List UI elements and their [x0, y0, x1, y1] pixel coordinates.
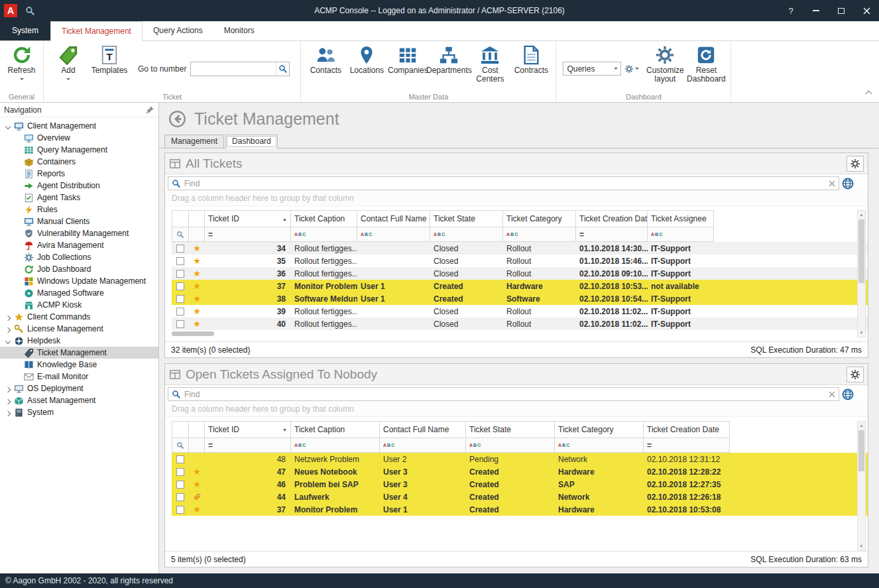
column-header-ticket-creation-date[interactable]: Ticket Creation Date — [576, 210, 648, 227]
row-checkbox[interactable] — [176, 493, 184, 501]
favorite-star-icon[interactable]: ★ — [193, 307, 201, 316]
nav-item-client-management[interactable]: Client Management — [0, 120, 158, 132]
column-header-ticket-state[interactable]: Ticket State — [430, 210, 503, 227]
vscroll-thumb[interactable] — [858, 430, 864, 471]
table-row[interactable]: ★35Rollout fertigges...ClosedRollout01.1… — [172, 255, 868, 267]
column-header-ticket-category[interactable]: Ticket Category — [503, 210, 576, 227]
filter-cell-ticket-category[interactable]: ABC — [503, 227, 576, 242]
favorite-star-icon[interactable]: ★ — [193, 244, 201, 253]
expand-chevron-icon[interactable] — [4, 326, 12, 332]
goto-number-input[interactable] — [191, 64, 276, 74]
nav-item-overview[interactable]: Overview — [0, 132, 158, 144]
templates-button[interactable]: T Templates — [89, 43, 130, 75]
favorite-star-icon[interactable]: ★ — [193, 467, 201, 476]
add-button[interactable]: Add — [48, 43, 89, 82]
scroll-down-icon[interactable]: ▼ — [858, 542, 865, 550]
nav-item-client-commands[interactable]: Client Commands — [0, 311, 158, 323]
nav-item-avira-management[interactable]: Avira Management — [0, 239, 158, 251]
column-header-ticket-id[interactable]: Ticket ID▲ — [205, 210, 291, 227]
expand-chevron-icon[interactable] — [4, 339, 12, 343]
filter-cell-ticket-state[interactable]: ABC — [466, 438, 555, 453]
scroll-up-icon[interactable]: ▲ — [858, 422, 865, 430]
column-header-ticket-state[interactable]: Ticket State — [466, 421, 555, 438]
column-header-contact-full-name[interactable]: Contact Full Name — [357, 210, 430, 227]
clear-find-button[interactable] — [829, 180, 835, 187]
add-dropdown-icon[interactable] — [66, 78, 70, 82]
table-row[interactable]: ★47Neues NotebookUser 3CreatedHardware02… — [172, 465, 868, 478]
quick-search-icon[interactable] — [25, 6, 35, 16]
favorite-star-icon[interactable]: ★ — [193, 505, 201, 514]
help-button[interactable]: ? — [778, 0, 803, 21]
scroll-down-icon[interactable]: ▼ — [858, 329, 865, 337]
row-checkbox[interactable] — [176, 481, 184, 489]
filter-cell-ticket-id[interactable]: = — [205, 227, 291, 242]
scroll-up-icon[interactable]: ▲ — [858, 211, 865, 219]
nav-item-managed-software[interactable]: Managed Software — [0, 287, 158, 299]
pin-icon[interactable] — [145, 105, 154, 115]
row-checkbox[interactable] — [176, 506, 184, 514]
find-options-button[interactable] — [841, 388, 854, 401]
maximize-button[interactable] — [829, 0, 854, 21]
table-row[interactable]: ★40Rollout fertigges...ClosedRollout02.1… — [172, 318, 868, 330]
filter-cell-contact-full-name[interactable]: ABC — [380, 438, 466, 453]
nav-item-system[interactable]: System — [0, 406, 158, 418]
expand-chevron-icon[interactable] — [4, 314, 12, 320]
table-row[interactable]: ★37Monitor ProblemUser 1CreatedHardware0… — [172, 503, 868, 516]
nav-item-e-mail-monitor[interactable]: E-mail Monitor — [0, 371, 158, 382]
table-row[interactable]: ★34Rollout fertigges...ClosedRollout01.1… — [172, 242, 868, 255]
row-checkbox[interactable] — [176, 468, 184, 476]
favorite-star-icon[interactable]: ★ — [193, 282, 201, 290]
nav-item-ticket-management[interactable]: Ticket Management — [0, 347, 158, 359]
clear-find-button[interactable] — [829, 391, 835, 398]
row-checkbox[interactable] — [176, 308, 184, 316]
acmp-logo-button[interactable]: A — [4, 4, 17, 17]
column-header-ticket-caption[interactable]: Ticket Caption — [291, 421, 380, 438]
nav-item-helpdesk[interactable]: Helpdesk — [0, 335, 158, 347]
nav-item-rules[interactable]: Rules — [0, 204, 158, 215]
column-header-ticket-id[interactable]: Ticket ID▼ — [205, 421, 291, 438]
find-input[interactable] — [184, 390, 825, 399]
nav-item-containers[interactable]: Containers — [0, 156, 158, 168]
nav-item-vulnerability-management[interactable]: Vulnerability Management — [0, 227, 158, 239]
filter-cell-ticket-caption[interactable]: ABC — [291, 227, 357, 242]
masterdata-contacts-button[interactable]: Contacts — [305, 43, 346, 84]
table-row[interactable]: ★39Rollout fertigges...ClosedRollout02.1… — [172, 305, 868, 318]
row-checkbox[interactable] — [176, 257, 184, 265]
favorite-star-icon[interactable]: ★ — [193, 269, 201, 278]
nav-item-manual-clients[interactable]: Manual Clients — [0, 215, 158, 227]
tab-management[interactable]: Management — [164, 135, 224, 148]
favorite-star-icon[interactable]: ★ — [193, 320, 201, 328]
nav-item-reports[interactable]: Reports — [0, 168, 158, 180]
ribbon-tab-system[interactable]: System — [0, 21, 50, 40]
find-input[interactable] — [184, 179, 825, 188]
nav-item-agent-distribution[interactable]: Agent Distribution — [0, 180, 158, 192]
column-header-ticket-assignee[interactable]: Ticket Assignee — [648, 210, 714, 227]
refresh-dropdown-icon[interactable] — [20, 78, 24, 82]
filter-cell-ticket-category[interactable]: ABC — [555, 438, 644, 453]
ribbon-collapse-button[interactable] — [866, 89, 871, 98]
masterdata-locations-button[interactable]: Locations — [346, 43, 387, 84]
row-checkbox[interactable] — [176, 455, 184, 463]
ribbon-tab-monitors[interactable]: Monitors — [213, 21, 265, 40]
nav-item-job-dashboard[interactable]: Job Dashboard — [0, 263, 158, 275]
column-header-ticket-category[interactable]: Ticket Category — [555, 421, 644, 438]
goto-search-button[interactable] — [276, 62, 289, 76]
filter-cell-ticket-assignee[interactable]: ABC — [648, 227, 714, 242]
expand-chevron-icon[interactable] — [4, 398, 12, 404]
favorite-star-icon[interactable]: ★ — [193, 257, 201, 265]
vertical-scrollbar[interactable]: ▲ ▼ — [857, 421, 866, 551]
nav-item-windows-update-management[interactable]: Windows Update Management — [0, 275, 158, 287]
queries-settings-button[interactable] — [624, 64, 639, 74]
ribbon-tab-query-actions[interactable]: Query Actions — [143, 21, 213, 40]
nav-item-job-collections[interactable]: Job Collections — [0, 251, 158, 263]
table-row[interactable]: ★38Software MeldungUser 1CreatedSoftware… — [172, 292, 868, 305]
row-checkbox[interactable] — [176, 245, 184, 253]
nav-item-agent-tasks[interactable]: Agent Tasks — [0, 192, 158, 204]
tag-marker-icon[interactable] — [193, 493, 201, 501]
table-row[interactable]: ★37Monitor ProblemUser 1CreatedHardware0… — [172, 280, 868, 292]
close-button[interactable] — [854, 0, 879, 21]
table-row[interactable]: ★36Rollout fertigges...ClosedRollout02.1… — [172, 267, 868, 280]
favorite-star-icon[interactable]: ★ — [193, 294, 201, 303]
panel-settings-button[interactable] — [847, 367, 864, 382]
masterdata-departments-button[interactable]: Departments — [428, 43, 469, 84]
